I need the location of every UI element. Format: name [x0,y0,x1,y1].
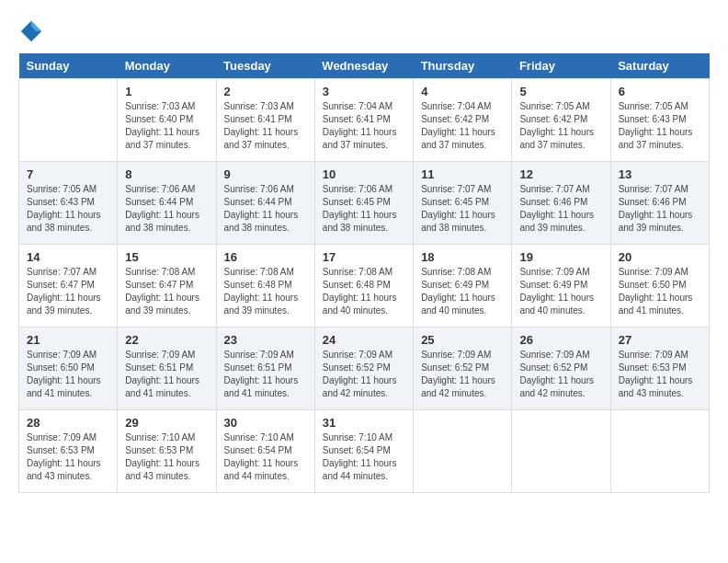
day-number: 20 [619,250,701,264]
cell-info: Sunrise: 7:06 AM Sunset: 6:44 PM Dayligh… [224,183,307,235]
calendar-cell: 22Sunrise: 7:09 AM Sunset: 6:51 PM Dayli… [118,327,216,410]
cell-info: Sunrise: 7:05 AM Sunset: 6:43 PM Dayligh… [27,183,109,235]
calendar-cell: 19Sunrise: 7:09 AM Sunset: 6:49 PM Dayli… [512,245,610,327]
day-number: 31 [323,416,405,430]
day-number: 22 [125,333,208,347]
calendar-cell: 9Sunrise: 7:06 AM Sunset: 6:44 PM Daylig… [216,162,314,245]
weekday-header: Friday [512,53,610,79]
calendar-week-row: 28Sunrise: 7:09 AM Sunset: 6:53 PM Dayli… [19,410,710,493]
day-number: 18 [421,250,504,264]
day-number: 8 [125,167,208,181]
day-number: 9 [224,167,307,181]
calendar-cell: 25Sunrise: 7:09 AM Sunset: 6:52 PM Dayli… [414,327,512,410]
cell-info: Sunrise: 7:04 AM Sunset: 6:42 PM Dayligh… [421,100,504,152]
calendar-cell: 26Sunrise: 7:09 AM Sunset: 6:52 PM Dayli… [512,327,610,410]
day-number: 28 [27,416,109,430]
calendar-cell: 31Sunrise: 7:10 AM Sunset: 6:54 PM Dayli… [314,410,413,493]
day-number: 11 [421,167,504,181]
calendar-cell: 16Sunrise: 7:08 AM Sunset: 6:48 PM Dayli… [216,245,314,327]
calendar-cell: 17Sunrise: 7:08 AM Sunset: 6:48 PM Dayli… [314,245,413,327]
day-number: 24 [323,333,405,347]
calendar-week-row: 14Sunrise: 7:07 AM Sunset: 6:47 PM Dayli… [19,245,710,327]
cell-info: Sunrise: 7:10 AM Sunset: 6:53 PM Dayligh… [125,431,208,483]
calendar-week-row: 7Sunrise: 7:05 AM Sunset: 6:43 PM Daylig… [19,162,710,245]
cell-info: Sunrise: 7:09 AM Sunset: 6:52 PM Dayligh… [323,349,405,400]
calendar-cell: 12Sunrise: 7:07 AM Sunset: 6:46 PM Dayli… [512,162,610,245]
day-number: 10 [323,167,405,181]
cell-info: Sunrise: 7:05 AM Sunset: 6:43 PM Dayligh… [619,100,701,152]
day-number: 5 [519,85,602,98]
day-number: 30 [224,416,307,430]
calendar-cell: 29Sunrise: 7:10 AM Sunset: 6:53 PM Dayli… [118,410,216,493]
day-number: 12 [519,167,602,181]
weekday-header: Thursday [414,53,512,79]
weekday-header: Saturday [610,53,709,79]
weekday-header-row: SundayMondayTuesdayWednesdayThursdayFrid… [19,53,710,79]
cell-info: Sunrise: 7:06 AM Sunset: 6:45 PM Dayligh… [323,183,405,235]
calendar-cell: 3Sunrise: 7:04 AM Sunset: 6:41 PM Daylig… [314,79,413,162]
calendar-cell: 23Sunrise: 7:09 AM Sunset: 6:51 PM Dayli… [216,327,314,410]
logo-icon [18,18,44,44]
calendar-week-row: 1Sunrise: 7:03 AM Sunset: 6:40 PM Daylig… [19,79,710,162]
day-number: 16 [224,250,307,264]
cell-info: Sunrise: 7:09 AM Sunset: 6:49 PM Dayligh… [519,266,602,317]
cell-info: Sunrise: 7:07 AM Sunset: 6:46 PM Dayligh… [619,183,701,235]
day-number: 26 [519,333,602,347]
calendar-cell: 30Sunrise: 7:10 AM Sunset: 6:54 PM Dayli… [216,410,314,493]
calendar-cell [414,410,512,493]
day-number: 21 [27,333,109,347]
cell-info: Sunrise: 7:03 AM Sunset: 6:40 PM Dayligh… [125,100,208,152]
weekday-header: Monday [118,53,216,79]
day-number: 23 [224,333,307,347]
cell-info: Sunrise: 7:08 AM Sunset: 6:49 PM Dayligh… [421,266,504,317]
calendar-cell: 24Sunrise: 7:09 AM Sunset: 6:52 PM Dayli… [314,327,413,410]
cell-info: Sunrise: 7:09 AM Sunset: 6:52 PM Dayligh… [519,349,602,400]
cell-info: Sunrise: 7:06 AM Sunset: 6:44 PM Dayligh… [125,183,208,235]
weekday-header: Tuesday [216,53,314,79]
cell-info: Sunrise: 7:07 AM Sunset: 6:45 PM Dayligh… [421,183,504,235]
cell-info: Sunrise: 7:09 AM Sunset: 6:50 PM Dayligh… [619,266,701,317]
day-number: 17 [323,250,405,264]
calendar-cell: 21Sunrise: 7:09 AM Sunset: 6:50 PM Dayli… [19,327,118,410]
cell-info: Sunrise: 7:09 AM Sunset: 6:50 PM Dayligh… [27,349,109,400]
cell-info: Sunrise: 7:08 AM Sunset: 6:48 PM Dayligh… [323,266,405,317]
calendar-cell: 27Sunrise: 7:09 AM Sunset: 6:53 PM Dayli… [610,327,709,410]
calendar-cell: 4Sunrise: 7:04 AM Sunset: 6:42 PM Daylig… [414,79,512,162]
calendar-cell: 6Sunrise: 7:05 AM Sunset: 6:43 PM Daylig… [610,79,709,162]
cell-info: Sunrise: 7:08 AM Sunset: 6:47 PM Dayligh… [125,266,208,317]
day-number: 14 [27,250,109,264]
cell-info: Sunrise: 7:09 AM Sunset: 6:53 PM Dayligh… [27,431,109,483]
calendar-cell: 13Sunrise: 7:07 AM Sunset: 6:46 PM Dayli… [610,162,709,245]
calendar-cell: 20Sunrise: 7:09 AM Sunset: 6:50 PM Dayli… [610,245,709,327]
cell-info: Sunrise: 7:04 AM Sunset: 6:41 PM Dayligh… [323,100,405,152]
day-number: 4 [421,85,504,98]
calendar-cell: 18Sunrise: 7:08 AM Sunset: 6:49 PM Dayli… [414,245,512,327]
cell-info: Sunrise: 7:09 AM Sunset: 6:52 PM Dayligh… [421,349,504,400]
day-number: 25 [421,333,504,347]
calendar-cell: 11Sunrise: 7:07 AM Sunset: 6:45 PM Dayli… [414,162,512,245]
day-number: 15 [125,250,208,264]
day-number: 29 [125,416,208,430]
day-number: 19 [519,250,602,264]
cell-info: Sunrise: 7:05 AM Sunset: 6:42 PM Dayligh… [519,100,602,152]
calendar-cell: 7Sunrise: 7:05 AM Sunset: 6:43 PM Daylig… [19,162,118,245]
cell-info: Sunrise: 7:07 AM Sunset: 6:47 PM Dayligh… [27,266,109,317]
calendar-cell: 28Sunrise: 7:09 AM Sunset: 6:53 PM Dayli… [19,410,118,493]
day-number: 13 [619,167,701,181]
weekday-header: Wednesday [314,53,413,79]
calendar-cell [610,410,709,493]
calendar-cell: 10Sunrise: 7:06 AM Sunset: 6:45 PM Dayli… [314,162,413,245]
day-number: 6 [619,85,701,98]
cell-info: Sunrise: 7:10 AM Sunset: 6:54 PM Dayligh… [323,431,405,483]
day-number: 1 [125,85,208,98]
calendar-cell: 1Sunrise: 7:03 AM Sunset: 6:40 PM Daylig… [118,79,216,162]
day-number: 27 [619,333,701,347]
cell-info: Sunrise: 7:03 AM Sunset: 6:41 PM Dayligh… [224,100,307,152]
cell-info: Sunrise: 7:07 AM Sunset: 6:46 PM Dayligh… [519,183,602,235]
day-number: 7 [27,167,109,181]
logo [18,18,51,44]
cell-info: Sunrise: 7:09 AM Sunset: 6:51 PM Dayligh… [125,349,208,400]
calendar-table: SundayMondayTuesdayWednesdayThursdayFrid… [18,53,710,493]
cell-info: Sunrise: 7:09 AM Sunset: 6:51 PM Dayligh… [224,349,307,400]
calendar-week-row: 21Sunrise: 7:09 AM Sunset: 6:50 PM Dayli… [19,327,710,410]
